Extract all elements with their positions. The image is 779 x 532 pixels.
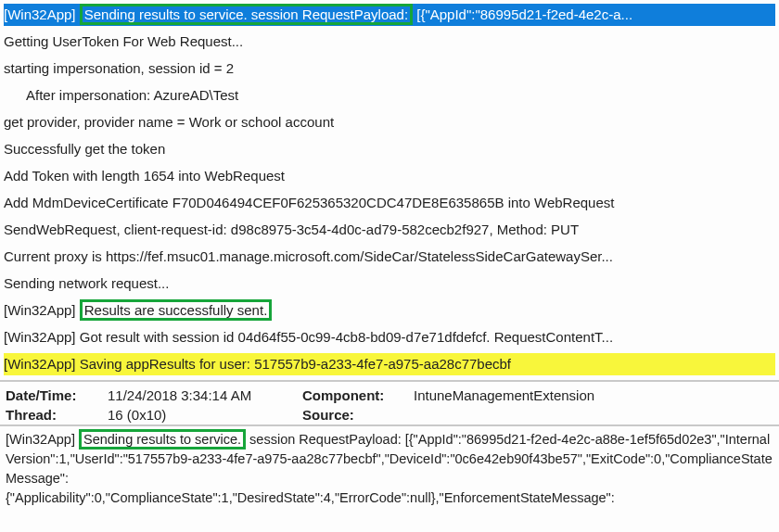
log-line-selected[interactable]: [Win32App] Sending results to service. s… xyxy=(4,2,775,29)
log-tag: [Win32App] xyxy=(4,302,76,318)
log-line[interactable]: Successfully get the token xyxy=(4,136,775,163)
detail-tag: [Win32App] xyxy=(6,432,79,447)
highlight-results-sent: Results are successfully sent. xyxy=(80,299,273,321)
metadata-panel: Date/Time: 11/24/2018 3:34:14 AM Compone… xyxy=(0,380,779,424)
log-line[interactable]: [Win32App] Results are successfully sent… xyxy=(4,298,775,324)
log-line[interactable]: Getting UserToken For Web Request... xyxy=(4,29,775,56)
detail-panel[interactable]: [Win32App] Sending results to service. s… xyxy=(0,424,779,512)
thread-value: 16 (0x10) xyxy=(108,407,302,423)
metadata-row: Thread: 16 (0x10) Source: xyxy=(6,405,773,424)
detail-payload-part2: {"Applicability":0,"ComplianceState":1,"… xyxy=(6,490,615,505)
highlight-sending-results: Sending results to service. session Requ… xyxy=(80,4,413,25)
log-line[interactable]: Add Token with length 1654 into WebReque… xyxy=(4,163,775,190)
component-label: Component: xyxy=(302,387,414,403)
log-line[interactable]: Sending network request... xyxy=(4,271,775,298)
log-tag: [Win32App] xyxy=(4,6,76,22)
datetime-value: 11/24/2018 3:34:14 AM xyxy=(108,387,302,403)
log-line[interactable]: After impersonation: AzureAD\Test xyxy=(4,82,775,109)
highlight-sending-results-detail: Sending results to service. xyxy=(79,429,246,450)
metadata-row: Date/Time: 11/24/2018 3:34:14 AM Compone… xyxy=(6,386,773,405)
log-line[interactable]: get provider, provider name = Work or sc… xyxy=(4,109,775,136)
log-line[interactable]: [Win32App] Got result with session id 04… xyxy=(4,324,775,351)
thread-label: Thread: xyxy=(6,407,108,423)
log-pane[interactable]: [Win32App] Sending results to service. s… xyxy=(0,0,779,380)
log-line-highlighted[interactable]: [Win32App] Saving appResults for user: 5… xyxy=(4,351,775,378)
log-line[interactable]: starting impersonation, session id = 2 xyxy=(4,56,775,82)
source-label: Source: xyxy=(302,407,414,423)
log-payload-snippet: [{"AppId":"86995d21-f2ed-4e2c-a... xyxy=(413,6,632,22)
log-line[interactable]: Add MdmDeviceCertificate F70D046494CEF0F… xyxy=(4,190,775,217)
datetime-label: Date/Time: xyxy=(6,387,108,403)
log-line[interactable]: SendWebRequest, client-request-id: d98c8… xyxy=(4,217,775,244)
log-line[interactable]: Current proxy is https://fef.msuc01.mana… xyxy=(4,244,775,271)
component-value: IntuneManagementExtension xyxy=(414,387,594,403)
